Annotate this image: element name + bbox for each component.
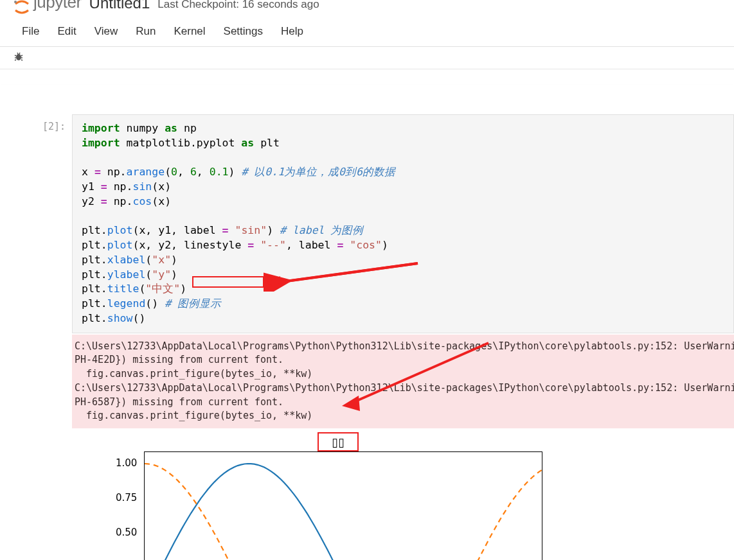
toolbar	[0, 47, 734, 69]
debug-icon[interactable]	[13, 51, 24, 62]
menu-help[interactable]: Help	[274, 22, 310, 40]
menu-settings[interactable]: Settings	[217, 22, 269, 40]
svg-line-2	[15, 55, 16, 56]
code-input[interactable]: import numpy as np import matplotlib.pyp…	[72, 114, 734, 333]
menu-run[interactable]: Run	[129, 22, 162, 40]
svg-point-1	[16, 54, 21, 60]
y-tick: 0.75	[116, 492, 137, 503]
menu-edit[interactable]: Edit	[51, 22, 82, 40]
svg-line-9	[19, 53, 20, 54]
svg-point-0	[14, 1, 17, 3]
y-tick: 1.00	[116, 457, 137, 469]
cell-prompt: [2]:	[9, 114, 72, 132]
y-tick: 0.50	[116, 527, 137, 538]
app-header: jupyter Untitled1 Last Checkpoint: 16 se…	[0, 0, 734, 17]
jupyter-icon	[13, 0, 31, 14]
cell[interactable]: [2]: import numpy as np import matplotli…	[9, 114, 734, 333]
menu-view[interactable]: View	[88, 22, 125, 40]
plot-frame	[144, 451, 542, 560]
document-title[interactable]: Untitled1	[89, 0, 150, 12]
svg-line-3	[21, 55, 22, 56]
checkpoint-label: Last Checkpoint: 16 seconds ago	[157, 0, 319, 11]
brand-text: jupyter	[33, 0, 82, 12]
svg-line-6	[15, 60, 16, 60]
svg-line-7	[21, 60, 22, 60]
jupyter-logo: jupyter	[13, 0, 82, 19]
menu-bar: File Edit View Run Kernel Settings Help	[0, 17, 734, 47]
notebook-area: [2]: import numpy as np import matplotli…	[0, 85, 734, 560]
warning-output: C:\Users\12733\AppData\Local\Programs\Py…	[72, 335, 734, 429]
menu-kernel[interactable]: Kernel	[167, 22, 211, 40]
plot-canvas	[145, 452, 543, 560]
svg-line-8	[17, 53, 18, 54]
menu-file[interactable]: File	[15, 22, 46, 40]
chart-output: ▯▯ 0.250.500.751.00	[72, 428, 560, 560]
chart-title-tofu: ▯▯	[318, 432, 359, 451]
